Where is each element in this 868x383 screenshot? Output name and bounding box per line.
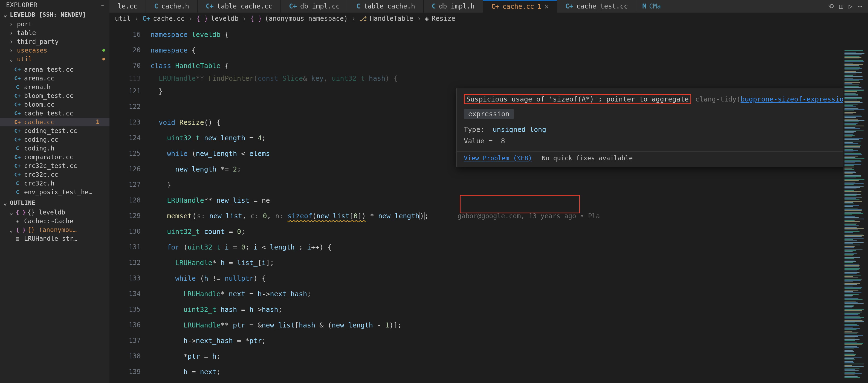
compare-icon[interactable]: ⟲ (828, 2, 834, 10)
breadcrumb-item[interactable]: ⎇HandleTable (359, 15, 413, 23)
folder-third_party[interactable]: ›third_party (0, 37, 110, 46)
file-icon: C+ (14, 136, 21, 143)
code-content[interactable]: namespace leveldb {namespace {class Hand… (148, 25, 868, 383)
file-env_posix_test_he…[interactable]: Cenv_posix_test_he… (0, 188, 110, 196)
more-icon[interactable]: ⋯ (858, 2, 862, 10)
type-value: unsigned long (493, 126, 546, 133)
code-line[interactable]: *ptr = h; (151, 349, 868, 364)
file-comparator.cc[interactable]: C+comparator.cc (0, 153, 110, 161)
file-cache.cc[interactable]: C+cache.cc1 (0, 118, 110, 126)
file-icon: C (14, 180, 21, 187)
line-number: 124 (110, 130, 141, 146)
file-icon: C+ (14, 162, 21, 170)
workspace-title: LEVELDB [SSH: NEWDEV] (10, 11, 86, 19)
file-coding.cc[interactable]: C+coding.cc (0, 135, 110, 144)
file-icon: C+ (14, 153, 21, 161)
file-crc32c.h[interactable]: Ccrc32c.h (0, 179, 110, 188)
breadcrumb-item[interactable]: util (115, 15, 131, 23)
file-bloom.cc[interactable]: C+bloom.cc (0, 100, 110, 109)
split-icon[interactable]: ◫ (839, 2, 843, 10)
hover-token: expression (464, 109, 514, 119)
folder-label: util (17, 55, 100, 63)
breadcrumb-label: (anonymous namespace) (265, 15, 348, 23)
namespace-icon: { } (17, 226, 25, 234)
tab-cmake[interactable]: MCMa (636, 2, 667, 10)
code-line[interactable]: h->next_hash = *ptr; (151, 333, 868, 349)
code-line[interactable]: LRUHandle* h = list_[i]; (151, 255, 868, 270)
file-icon: C+ (491, 3, 499, 10)
file-icon: C+ (14, 101, 21, 108)
workspace-section-header[interactable]: ⌄ LEVELDB [SSH: NEWDEV] (0, 10, 110, 20)
tab-label: db_impl.cc (300, 2, 340, 10)
file-coding_test.cc[interactable]: C+coding_test.cc (0, 126, 110, 135)
file-label: arena.h (24, 83, 107, 91)
outline-label: LRUHandle str… (24, 235, 107, 243)
explorer-more-icon[interactable]: ⋯ (101, 1, 104, 9)
outline-item[interactable]: ◈Cache::~Cache (0, 217, 110, 225)
explorer-header: EXPLORER ⋯ (0, 0, 110, 10)
code-line[interactable]: uint32_t hash = h->hash; (151, 302, 868, 317)
code-line[interactable]: LRUHandle** ptr = &new_list[hash & (new_… (151, 317, 868, 333)
outline-item[interactable]: ▤LRUHandle str… (0, 234, 110, 243)
folder-port[interactable]: ›port (0, 20, 110, 28)
outline-header[interactable]: ⌄ OUTLINE (0, 198, 110, 208)
folder-usecases[interactable]: ›usecases (0, 46, 110, 55)
tab-cache.cc[interactable]: C+cache.cc1✕ (483, 0, 557, 12)
sticky-code-line: namespace leveldb { (151, 27, 868, 42)
breadcrumb-item[interactable]: ◈Resize (425, 15, 455, 23)
file-bloom_test.cc[interactable]: C+bloom_test.cc (0, 91, 110, 100)
file-arena.cc[interactable]: C+arena.cc (0, 74, 110, 83)
namespace-icon: { } (250, 15, 262, 23)
tab-table_cache.cc[interactable]: C+table_cache.cc (197, 0, 281, 12)
file-arena.h[interactable]: Carena.h (0, 83, 110, 91)
tab-label: cache_test.cc (577, 2, 628, 10)
code-line[interactable]: while (h != nullptr) { (151, 270, 868, 286)
tab-cache.h[interactable]: Ccache.h (146, 0, 197, 12)
code-line[interactable]: LRUHandle* next = h->next_hash; (151, 286, 868, 302)
tab-cache_test.cc[interactable]: C+cache_test.cc (557, 0, 637, 12)
file-crc32c_test.cc[interactable]: C+crc32c_test.cc (0, 161, 110, 170)
view-problem-link[interactable]: View Problem (⌥F8) (464, 155, 532, 162)
file-icon: C+ (14, 66, 21, 73)
breadcrumb-item[interactable]: C+cache.cc (142, 15, 185, 23)
outline-label: Cache::~Cache (24, 217, 107, 225)
outline-item[interactable]: ⌄{ }{} (anonymou… (0, 225, 110, 234)
type-label: Type: (464, 126, 484, 133)
file-coding.h[interactable]: Ccoding.h (0, 144, 110, 153)
breadcrumbs[interactable]: util›C+cache.cc›{ }leveldb›{ }(anonymous… (110, 12, 868, 25)
code-editor[interactable]: 1620701131211221231241251261271281291301… (110, 25, 868, 383)
tab-label: table_cache.cc (217, 2, 272, 10)
line-number: 70 (110, 58, 141, 73)
file-cache_test.cc[interactable]: C+cache_test.cc (0, 109, 110, 118)
code-line[interactable]: h = next; (151, 364, 868, 380)
tab-table_cache.h[interactable]: Ctable_cache.h (348, 0, 423, 12)
tab-db_impl.cc[interactable]: C+db_impl.cc (281, 0, 348, 12)
folder-util[interactable]: ⌄util (0, 55, 110, 63)
breadcrumb-item[interactable]: { }leveldb (196, 15, 239, 23)
diagnostic-text: Suspicious usage of 'sizeof(A*)'; pointe… (464, 94, 691, 104)
line-number: 126 (110, 161, 141, 177)
file-crc32c.cc[interactable]: C+crc32c.cc (0, 170, 110, 179)
run-icon[interactable]: ▷ (848, 2, 852, 10)
breadcrumb-label: HandleTable (370, 15, 413, 23)
breadcrumb-item[interactable]: { }(anonymous namespace) (250, 15, 348, 23)
file-icon: C+ (14, 127, 21, 135)
chevron-icon: ⌄ (9, 55, 14, 63)
file-icon: C (14, 83, 21, 91)
code-line[interactable]: LRUHandle** new_list = ne (151, 193, 868, 208)
line-number: 129 (110, 208, 141, 224)
code-line[interactable]: for (uint32_t i = 0; i < length_; i++) { (151, 240, 868, 255)
file-arena_test.cc[interactable]: C+arena_test.cc (0, 65, 110, 74)
code-line[interactable]: uint32_t count = 0; (151, 224, 868, 240)
close-icon[interactable]: ✕ (545, 3, 548, 10)
folder-table[interactable]: ›table (0, 28, 110, 37)
modified-dot-icon (102, 58, 105, 60)
file-icon: C (356, 2, 360, 10)
code-line[interactable]: } (151, 177, 868, 193)
code-line[interactable]: memset(s: new_list, c: 0, n: sizeof(new_… (151, 208, 868, 224)
diagnostic-link[interactable]: bugprone-sizeof-expression (741, 95, 847, 103)
minimap[interactable] (843, 50, 868, 383)
outline-item[interactable]: ⌄{ }{} leveldb (0, 208, 110, 217)
tab-db_impl.h[interactable]: Cdb_impl.h (424, 0, 483, 12)
tab-le.cc[interactable]: le.cc (110, 0, 146, 12)
